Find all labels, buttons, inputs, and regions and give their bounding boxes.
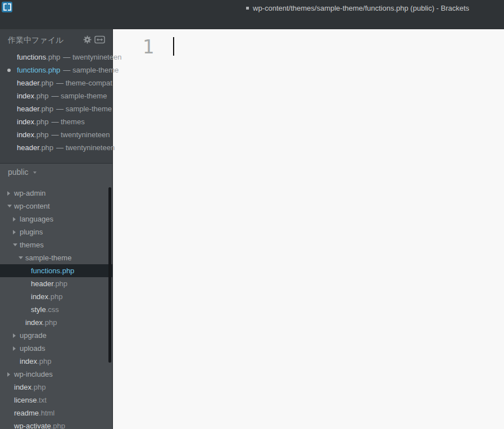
tree-item-style.css[interactable]: style.css — [0, 303, 112, 316]
entry-name: wp-includes — [14, 370, 53, 378]
disclosure-triangle-icon[interactable] — [7, 372, 10, 377]
file-extension: .php — [39, 105, 53, 113]
file-tree: wp-admin wp-content languages plugins th… — [0, 187, 112, 429]
tree-item-license.txt[interactable]: license.txt — [0, 394, 112, 407]
entry-name: license — [14, 396, 37, 404]
file-directory: — sample-theme — [63, 66, 119, 74]
disclosure-triangle-icon[interactable] — [19, 256, 23, 259]
tree-item-sample-theme[interactable]: sample-theme — [0, 251, 112, 264]
entry-extension: .css — [46, 305, 59, 314]
entry-extension: .php — [60, 267, 74, 275]
editor-pane[interactable]: 1 — [113, 29, 504, 429]
working-file-functions.php[interactable]: functions.php— sample-theme — [0, 64, 112, 76]
entry-name: sample-theme — [25, 254, 71, 262]
entry-name: plugins — [20, 228, 43, 236]
entry-name: index — [20, 357, 37, 365]
entry-name: upgrade — [20, 331, 47, 340]
disclosure-triangle-icon[interactable] — [13, 230, 16, 234]
working-files-list: functions.php— twentynineteen functions.… — [0, 51, 112, 154]
file-extension: .php — [39, 79, 53, 87]
entry-name: functions — [31, 267, 60, 275]
project-dropdown[interactable]: public — [8, 168, 37, 177]
tree-item-index.php[interactable]: index.php — [0, 290, 112, 303]
file-directory: — theme-compat — [56, 79, 112, 87]
working-file-index.php[interactable]: index.php— themes — [0, 115, 112, 128]
entry-extension: .php — [53, 279, 67, 288]
tree-item-index.php[interactable]: index.php — [0, 316, 112, 329]
tree-item-themes[interactable]: themes — [0, 238, 112, 251]
tree-item-readme.html[interactable]: readme.html — [0, 407, 112, 419]
disclosure-triangle-icon[interactable] — [13, 243, 17, 246]
window-title: wp-content/themes/sample-theme/functions… — [246, 4, 469, 12]
disclosure-triangle-icon[interactable] — [13, 333, 16, 338]
working-file-functions.php[interactable]: functions.php— twentynineteen — [0, 51, 112, 64]
file-directory: — twentynineteen — [56, 143, 115, 152]
file-directory: — twentynineteen — [51, 130, 110, 139]
file-name: functions — [17, 66, 46, 74]
file-name: header — [17, 143, 39, 152]
disclosure-triangle-icon[interactable] — [7, 191, 10, 196]
file-name: header — [17, 79, 39, 87]
entry-name: style — [31, 305, 46, 314]
entry-extension: .php — [48, 292, 62, 301]
working-file-header.php[interactable]: header.php— theme-compat — [0, 76, 112, 89]
file-name: header — [17, 105, 39, 113]
file-name: functions — [17, 53, 46, 61]
file-name: index — [17, 92, 34, 100]
tree-item-wp-content[interactable]: wp-content — [0, 200, 112, 213]
disclosure-triangle-icon[interactable] — [13, 346, 16, 351]
chevron-down-icon — [33, 171, 37, 174]
split-view-icon[interactable] — [94, 35, 105, 44]
sidebar: 作業中ファイル functions.php— twentynineteen — [0, 29, 113, 429]
entry-name: themes — [20, 241, 44, 249]
unsaved-indicator-icon — [246, 7, 249, 10]
disclosure-triangle-icon[interactable] — [13, 217, 16, 222]
brackets-logo-icon — [2, 2, 12, 12]
tree-item-wp-admin[interactable]: wp-admin — [0, 187, 112, 200]
working-file-index.php[interactable]: index.php— twentynineteen — [0, 128, 112, 141]
working-files-header: 作業中ファイル — [8, 35, 63, 46]
file-extension: .php — [34, 118, 48, 126]
tree-item-plugins[interactable]: plugins — [0, 225, 112, 238]
left-bracket-glyph — [3, 3, 7, 11]
file-extension: .php — [34, 92, 48, 100]
entry-name: uploads — [20, 344, 46, 353]
entry-name: languages — [20, 215, 53, 223]
working-file-header.php[interactable]: header.php— sample-theme — [0, 102, 112, 115]
file-extension: .php — [46, 53, 60, 61]
working-file-header.php[interactable]: header.php— twentynineteen — [0, 141, 112, 154]
entry-extension: .php — [43, 318, 57, 327]
tree-item-uploads[interactable]: uploads — [0, 342, 112, 355]
file-name: index — [17, 118, 34, 126]
entry-extension: .php — [31, 383, 46, 391]
working-file-index.php[interactable]: index.php— sample-theme — [0, 89, 112, 102]
dirty-dot-icon — [7, 69, 11, 72]
file-directory: — themes — [51, 118, 84, 126]
tree-item-wp-activate.php[interactable]: wp-activate.php — [0, 419, 112, 429]
entry-name: index — [14, 383, 31, 391]
tree-item-wp-includes[interactable]: wp-includes — [0, 368, 112, 381]
file-directory: — sample-theme — [56, 105, 112, 113]
disclosure-triangle-icon[interactable] — [7, 205, 12, 207]
entry-name: index — [25, 318, 43, 327]
entry-extension: .txt — [37, 396, 46, 404]
tree-item-languages[interactable]: languages — [0, 213, 112, 225]
file-directory: — twentynineteen — [63, 53, 121, 61]
tree-item-header.php[interactable]: header.php — [0, 277, 112, 290]
entry-extension: .html — [39, 409, 55, 417]
file-extension: .php — [46, 66, 60, 74]
gear-icon[interactable] — [81, 35, 93, 44]
file-extension: .php — [34, 130, 48, 139]
tree-item-index.php[interactable]: index.php — [0, 381, 112, 394]
project-name: public — [8, 168, 29, 177]
entry-name: wp-content — [14, 202, 50, 210]
file-directory: — sample-theme — [51, 92, 107, 100]
file-name: index — [17, 130, 34, 139]
tree-item-index.php[interactable]: index.php — [0, 355, 112, 368]
sidebar-scrollbar-thumb[interactable] — [108, 187, 111, 363]
tree-item-functions.php[interactable]: functions.php — [0, 264, 112, 277]
titlebar: wp-content/themes/sample-theme/functions… — [0, 0, 504, 29]
right-bracket-glyph — [8, 3, 11, 11]
project-files-section: public wp-admin wp-content languages plu… — [0, 163, 112, 429]
tree-item-upgrade[interactable]: upgrade — [0, 329, 112, 342]
